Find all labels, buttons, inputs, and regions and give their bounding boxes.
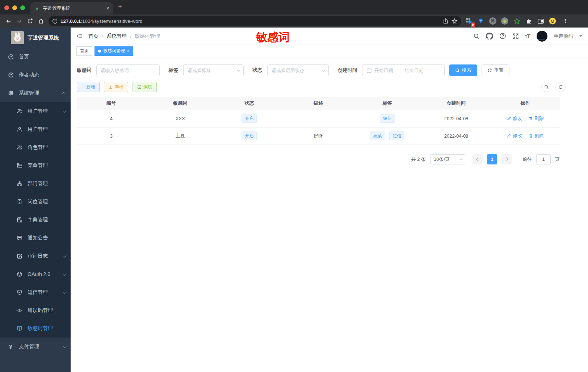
sidebar-item-sensitive-word[interactable]: 敏感词管理 [0, 319, 71, 338]
close-window-button[interactable] [4, 5, 9, 10]
sidebar-item-system[interactable]: 系统管理 [0, 84, 71, 102]
dictionary-icon [16, 217, 22, 223]
avatar[interactable] [537, 31, 547, 42]
macos-traffic-lights[interactable] [4, 5, 25, 10]
sidebar-item-payment[interactable]: ¥ 支付管理 [0, 338, 71, 356]
yen-icon: ¥ [8, 344, 14, 350]
breadcrumb-system[interactable]: 系统管理 [106, 33, 127, 39]
delete-link[interactable]: 删除 [529, 115, 544, 122]
table-header-row: 编号 敏感词 状态 描述 标签 创建时间 操作 [77, 97, 560, 110]
extension-command-icon[interactable]: ⌘ [489, 17, 497, 25]
add-button[interactable]: + 新增 [77, 82, 100, 92]
sidebar-item-sms[interactable]: 短信管理 [0, 283, 71, 301]
sidebar-item-oauth[interactable]: OAuth 2.0 [0, 265, 71, 283]
sidebar-item-error-code[interactable]: </> 错误码管理 [0, 301, 71, 319]
active-dot-icon [98, 50, 101, 53]
breadcrumb-home[interactable]: 首页 [88, 33, 98, 39]
extension-grid-icon[interactable]: 9 [465, 17, 473, 25]
sidebar-item-role[interactable]: 角色管理 [0, 138, 71, 156]
tag-select[interactable] [183, 64, 244, 76]
extension-green-star-icon[interactable] [513, 17, 521, 25]
sidebar-item-post[interactable]: 岗位管理 [0, 193, 71, 211]
extension-gem-icon[interactable] [477, 17, 485, 25]
sidebar-item-announcement[interactable]: 通知公告 [0, 229, 71, 247]
show-search-icon-button[interactable] [541, 82, 551, 92]
goto-page-input[interactable] [536, 154, 551, 164]
minimize-window-button[interactable] [12, 5, 17, 10]
audit-log-icon [16, 253, 22, 259]
gear-icon [8, 90, 14, 96]
forward-icon[interactable] [14, 16, 25, 26]
column-header-id: 编号 [77, 97, 146, 110]
status-select[interactable] [267, 64, 329, 76]
url-text[interactable]: 127.0.0.1:1024/system/sensitive-word [60, 18, 440, 24]
status-select-input[interactable] [272, 68, 319, 73]
sidebar-item-author-news[interactable]: 作者动态 [0, 66, 71, 84]
sidebar-item-menu[interactable]: 菜单管理 [0, 156, 71, 175]
search-icon[interactable] [473, 33, 480, 39]
export-button[interactable]: 导出 [104, 82, 128, 92]
prev-page-button[interactable] [472, 154, 483, 164]
start-date-input[interactable] [374, 68, 397, 73]
extensions-puzzle-icon[interactable] [525, 17, 533, 25]
end-date-input[interactable] [405, 68, 427, 73]
cell-id: 4 [77, 110, 146, 127]
delete-link[interactable]: 删除 [529, 133, 544, 139]
browser-tab[interactable]: 芋道管理系统 × [30, 2, 113, 14]
table-row: 3 土豆 开启 好呀 蔬菜 短信 2022-04-08 修改 删除 [77, 127, 560, 145]
sidebar-item-audit-log[interactable]: 审计日志 [0, 247, 71, 265]
date-range-picker[interactable]: - [362, 64, 445, 76]
tab-close-icon[interactable]: × [127, 49, 130, 54]
search-button[interactable]: 搜索 [449, 64, 477, 76]
font-size-icon[interactable]: TT [525, 33, 530, 39]
cell-word: XXX [146, 110, 215, 127]
user-menu-caret-icon[interactable] [579, 35, 582, 38]
edit-link[interactable]: 修改 [507, 133, 522, 139]
tab-sensitive-word[interactable]: 敏感词管理 × [94, 46, 133, 56]
chevron-down-icon [236, 68, 240, 72]
bookmark-star-icon[interactable] [452, 18, 458, 24]
page-number-button[interactable]: 1 [487, 154, 497, 164]
table-toolbar: + 新增 导出 测试 [77, 82, 588, 92]
tag-select-input[interactable] [188, 68, 234, 73]
sidebar-fold-icon[interactable] [76, 33, 83, 39]
next-page-button[interactable] [501, 154, 512, 164]
back-icon[interactable] [3, 16, 14, 26]
username[interactable]: 芋道源码 [554, 33, 573, 39]
sidebar-item-tenant[interactable]: 租户管理 [0, 102, 71, 120]
split-view-icon[interactable] [537, 17, 545, 25]
keyword-input[interactable] [101, 68, 155, 73]
refresh-icon-button[interactable] [555, 82, 566, 92]
chevron-down-icon [63, 344, 67, 348]
extension-record-icon[interactable] [501, 17, 509, 25]
test-button[interactable]: 测试 [133, 82, 157, 92]
fullscreen-icon[interactable] [512, 33, 519, 39]
reload-icon[interactable] [25, 16, 35, 26]
tab-close-icon[interactable]: × [106, 5, 109, 11]
profile-emoji-avatar[interactable] [549, 17, 556, 25]
chevron-down-icon [322, 68, 325, 72]
goto-label: 前往 [522, 156, 532, 163]
sidebar-logo[interactable]: 芋道管理系统 [0, 28, 71, 48]
edit-link[interactable]: 修改 [507, 115, 522, 122]
site-info-icon[interactable] [52, 18, 58, 24]
help-icon[interactable] [499, 33, 506, 39]
home-icon[interactable] [35, 16, 46, 26]
sidebar-item-department[interactable]: 部门管理 [0, 175, 71, 193]
share-icon[interactable] [443, 18, 449, 24]
tab-home[interactable]: 首页 [76, 46, 92, 56]
navbar: 首页 / 系统管理 / 敏感词管理 敏感词 TT 芋道源码 [71, 28, 588, 45]
cell-description: 好呀 [284, 127, 353, 145]
reset-button[interactable]: 重置 [482, 64, 509, 76]
github-icon[interactable] [486, 33, 493, 40]
sidebar-item-dictionary[interactable]: 字典管理 [0, 211, 71, 229]
new-tab-button[interactable]: + [118, 3, 122, 10]
address-bar[interactable]: 127.0.0.1:1024/system/sensitive-word [49, 16, 461, 26]
sidebar-item-home[interactable]: 首页 [0, 48, 71, 66]
org-icon [16, 181, 22, 187]
tags-view: 首页 敏感词管理 × [71, 45, 588, 57]
sidebar-item-user[interactable]: 用户管理 [0, 120, 71, 138]
zoom-window-button[interactable] [20, 5, 25, 10]
browser-menu-icon[interactable]: ⋮ [563, 18, 568, 24]
page-size-select[interactable]: 10条/页 [430, 154, 465, 164]
